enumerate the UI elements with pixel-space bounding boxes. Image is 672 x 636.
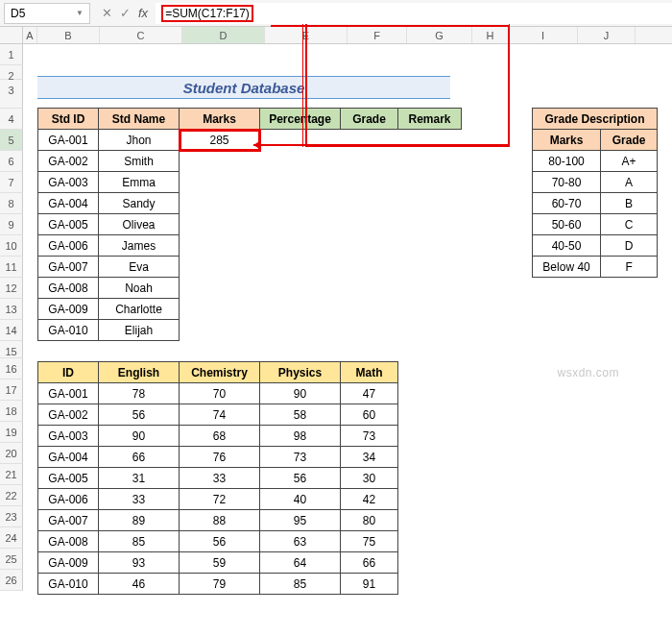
cell-std-id[interactable]: GA-006 bbox=[38, 235, 99, 257]
cell-score[interactable]: 79 bbox=[180, 574, 260, 595]
cell-score[interactable]: 91 bbox=[341, 574, 398, 595]
row-header[interactable]: 4 bbox=[0, 109, 23, 130]
cell-score[interactable]: 42 bbox=[341, 489, 398, 510]
cell-score[interactable]: 68 bbox=[180, 426, 260, 447]
cell-score[interactable]: 63 bbox=[260, 531, 341, 552]
cell-grade[interactable]: C bbox=[601, 214, 658, 235]
cell-score[interactable]: 46 bbox=[99, 574, 180, 595]
cell-marks-active[interactable]: 285 bbox=[180, 130, 260, 151]
cell-marks-range[interactable]: Below 40 bbox=[533, 257, 601, 278]
row-header[interactable]: 10 bbox=[0, 235, 23, 257]
cell-empty[interactable] bbox=[341, 130, 398, 151]
row-header[interactable]: 13 bbox=[0, 299, 23, 320]
cell-empty[interactable] bbox=[398, 130, 462, 151]
cell-score[interactable]: 70 bbox=[180, 383, 260, 404]
row-header[interactable]: 18 bbox=[0, 401, 23, 422]
row-header[interactable]: 14 bbox=[0, 320, 23, 341]
cell-std-id[interactable]: GA-010 bbox=[38, 320, 99, 341]
cell-score[interactable]: 66 bbox=[99, 447, 180, 468]
cell-score[interactable]: GA-002 bbox=[38, 404, 99, 426]
cell-score[interactable]: 90 bbox=[260, 383, 341, 404]
cell-score[interactable]: 66 bbox=[341, 552, 398, 574]
row-header[interactable]: 7 bbox=[0, 172, 23, 193]
cells-area[interactable]: Student Database Std ID Std Name Marks P… bbox=[23, 44, 672, 591]
row-header[interactable]: 22 bbox=[0, 485, 23, 506]
cell-score[interactable]: 74 bbox=[180, 404, 260, 426]
cell-score[interactable]: GA-004 bbox=[38, 447, 99, 468]
cell-score[interactable]: GA-010 bbox=[38, 574, 99, 595]
cell-std-id[interactable]: GA-004 bbox=[38, 193, 99, 214]
formula-input[interactable]: =SUM(C17:F17) bbox=[156, 3, 672, 24]
cell-std-name[interactable]: Emma bbox=[99, 172, 180, 193]
row-header[interactable]: 5 bbox=[0, 130, 23, 151]
cell-marks-range[interactable]: 40-50 bbox=[533, 235, 601, 257]
row-header[interactable]: 11 bbox=[0, 257, 23, 278]
cell-grade[interactable]: A+ bbox=[601, 151, 658, 172]
fx-icon[interactable]: fx bbox=[138, 6, 148, 20]
cell-score[interactable]: GA-003 bbox=[38, 426, 99, 447]
cell-score[interactable]: 56 bbox=[260, 468, 341, 489]
cell-score[interactable]: 78 bbox=[99, 383, 180, 404]
cell-std-name[interactable]: Noah bbox=[99, 278, 180, 299]
cell-score[interactable]: 90 bbox=[99, 426, 180, 447]
row-header[interactable]: 15 bbox=[0, 341, 23, 358]
row-header[interactable]: 3 bbox=[0, 80, 23, 109]
col-header[interactable]: E bbox=[265, 27, 348, 43]
cell-score[interactable]: 34 bbox=[341, 447, 398, 468]
cell-std-id[interactable]: GA-001 bbox=[38, 130, 99, 151]
cell-score[interactable]: 59 bbox=[180, 552, 260, 574]
row-header[interactable]: 2 bbox=[0, 65, 23, 80]
cell-std-id[interactable]: GA-009 bbox=[38, 299, 99, 320]
col-header[interactable]: J bbox=[578, 27, 636, 43]
cell-score[interactable]: 56 bbox=[99, 404, 180, 426]
cell-score[interactable]: 76 bbox=[180, 447, 260, 468]
cell-std-name[interactable]: Charlotte bbox=[99, 299, 180, 320]
cell-marks-range[interactable]: 80-100 bbox=[533, 151, 601, 172]
cell-score[interactable]: 33 bbox=[180, 468, 260, 489]
cell-score[interactable]: 72 bbox=[180, 489, 260, 510]
row-header[interactable]: 24 bbox=[0, 527, 23, 549]
cell-score[interactable]: 58 bbox=[260, 404, 341, 426]
cell-marks-range[interactable]: 50-60 bbox=[533, 214, 601, 235]
cell-grade[interactable]: F bbox=[601, 257, 658, 278]
col-header[interactable]: I bbox=[509, 27, 578, 43]
cell-score[interactable]: 33 bbox=[99, 489, 180, 510]
cell-score[interactable]: 40 bbox=[260, 489, 341, 510]
cell-grade[interactable]: D bbox=[601, 235, 658, 257]
cell-score[interactable]: 93 bbox=[99, 552, 180, 574]
cell-score[interactable]: 88 bbox=[180, 510, 260, 531]
cell-score[interactable]: GA-005 bbox=[38, 468, 99, 489]
row-header[interactable]: 20 bbox=[0, 443, 23, 464]
col-header[interactable]: H bbox=[472, 27, 509, 43]
cell-score[interactable]: 56 bbox=[180, 531, 260, 552]
row-header[interactable]: 16 bbox=[0, 358, 23, 379]
cell-score[interactable]: 85 bbox=[260, 574, 341, 595]
col-header[interactable]: D bbox=[182, 27, 265, 43]
col-header[interactable]: B bbox=[37, 27, 100, 43]
row-header[interactable]: 1 bbox=[0, 44, 23, 65]
cell-score[interactable]: GA-006 bbox=[38, 489, 99, 510]
cell-marks-range[interactable]: 60-70 bbox=[533, 193, 601, 214]
cell-score[interactable]: 30 bbox=[341, 468, 398, 489]
col-header[interactable]: F bbox=[348, 27, 407, 43]
row-header[interactable]: 12 bbox=[0, 278, 23, 299]
col-header[interactable]: C bbox=[100, 27, 182, 43]
cell-score[interactable]: 75 bbox=[341, 531, 398, 552]
cell-grade[interactable]: B bbox=[601, 193, 658, 214]
cell-std-name[interactable]: James bbox=[99, 235, 180, 257]
cell-std-id[interactable]: GA-007 bbox=[38, 257, 99, 278]
cell-empty[interactable] bbox=[260, 130, 341, 151]
row-header[interactable]: 26 bbox=[0, 570, 23, 591]
row-header[interactable]: 25 bbox=[0, 549, 23, 570]
row-header[interactable]: 17 bbox=[0, 379, 23, 401]
name-box[interactable]: D5 ▼ bbox=[4, 3, 90, 24]
cell-score[interactable]: 73 bbox=[341, 426, 398, 447]
cell-std-name[interactable]: Olivea bbox=[99, 214, 180, 235]
cell-score[interactable]: 85 bbox=[99, 531, 180, 552]
cell-score[interactable]: 31 bbox=[99, 468, 180, 489]
col-header[interactable]: G bbox=[407, 27, 472, 43]
row-header[interactable]: 19 bbox=[0, 422, 23, 443]
row-header[interactable]: 21 bbox=[0, 464, 23, 485]
cell-score[interactable]: 47 bbox=[341, 383, 398, 404]
cell-score[interactable]: 80 bbox=[341, 510, 398, 531]
